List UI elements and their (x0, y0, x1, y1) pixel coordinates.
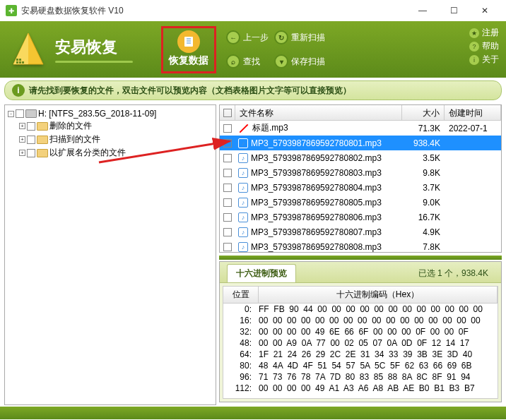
hex-row: 80:48 4A 4D 4F 51 54 57 5A 5C 5F 62 63 6… (223, 360, 498, 371)
checkbox[interactable] (223, 228, 232, 236)
folder-icon (37, 149, 48, 157)
music-icon: ♪ (238, 153, 248, 163)
hex-row: 96:71 73 76 78 7A 7D 80 83 85 88 8A 8C 8… (223, 371, 498, 383)
checkbox[interactable] (223, 139, 232, 148)
file-row[interactable]: 标题.mp371.3K2022-07-1 (220, 121, 501, 136)
checkbox[interactable] (223, 213, 232, 222)
hex-row: 48:00 00 A9 0A 77 00 02 05 07 0A 0D 0F 1… (223, 337, 498, 349)
file-row[interactable]: ♪MP3_5793987869592780801.mp3938.4K (220, 136, 501, 150)
file-row[interactable]: ♪MP3_5793987869592780802.mp33.5K (220, 150, 501, 165)
checkbox-all[interactable] (223, 109, 232, 117)
close-button[interactable]: ✕ (469, 0, 500, 21)
file-row[interactable]: ♪MP3_5793987869592780805.mp39.0K (220, 195, 501, 210)
help-button[interactable]: ?帮助 (469, 40, 499, 52)
music-icon: ♪ (238, 183, 248, 193)
recover-button[interactable]: 恢复数据 (161, 26, 216, 73)
expand-icon[interactable]: + (19, 123, 25, 129)
separator (219, 256, 502, 260)
checkbox[interactable] (223, 184, 232, 192)
file-list-header: 文件名称 大小 创建时间 (220, 105, 501, 121)
brand-underline (55, 61, 133, 63)
find-button[interactable]: ⌕查找 (226, 54, 269, 68)
checkbox[interactable] (27, 149, 35, 157)
svg-rect-3 (19, 61, 21, 64)
file-row[interactable]: ♪MP3_5793987869592780806.mp316.7K (220, 210, 501, 224)
refresh-icon: ↻ (274, 30, 288, 44)
col-pos: 位置 (223, 287, 259, 303)
svg-rect-1 (19, 59, 21, 61)
help-icon: ? (469, 42, 479, 52)
hex-row: 16:00 00 00 00 00 00 00 00 00 00 00 00 0… (223, 315, 498, 326)
file-row[interactable]: ♪MP3_5793987869592780804.mp33.7K (220, 180, 501, 195)
checkbox[interactable] (16, 109, 24, 118)
file-row[interactable]: ♪MP3_5793987869592780807.mp34.9K (220, 224, 501, 239)
brand-name: 安易恢复 (55, 37, 147, 58)
hex-row: 0:FF FB 90 44 00 00 00 00 00 00 00 00 00… (223, 304, 498, 315)
checkbox[interactable] (27, 122, 35, 131)
expand-icon[interactable]: + (19, 136, 25, 143)
maximize-button[interactable]: ☐ (438, 0, 469, 21)
checkbox[interactable] (223, 198, 232, 207)
selection-status: 已选 1 个，938.4K (413, 268, 494, 282)
title-icon (240, 124, 249, 133)
hint-text: 请先找到要恢复的文件，双击文件可以预览内容（文档表格图片文字等可以直接预览） (29, 85, 351, 97)
tree-byext[interactable]: + 以扩展名分类的文件 (8, 146, 213, 160)
file-list: 文件名称 大小 创建时间 标题.mp371.3K2022-07-1♪MP3_57… (219, 104, 502, 253)
col-name[interactable]: 文件名称 (235, 105, 402, 120)
save-icon: ▾ (274, 54, 288, 68)
tree-deleted[interactable]: + 删除的文件 (8, 119, 213, 133)
preview-panel: 十六进制预览 已选 1 个，938.4K 位置 十六进制编码（Hex） 0:FF… (219, 261, 502, 402)
window-title: 安易硬盘数据恢复软件 V10 (21, 5, 407, 17)
folder-icon (37, 122, 48, 131)
col-date[interactable]: 创建时间 (445, 105, 501, 120)
about-button[interactable]: i关于 (469, 54, 499, 66)
hex-row: 64:1F 21 24 26 29 2C 2E 31 34 33 39 3B 3… (223, 349, 498, 360)
brand: 安易恢复 (55, 37, 147, 63)
music-icon: ♪ (238, 212, 248, 222)
star-icon: ★ (469, 28, 479, 38)
app-logo (7, 28, 49, 71)
expand-icon[interactable]: + (19, 150, 25, 156)
svg-rect-0 (16, 59, 18, 61)
folder-icon (37, 136, 48, 144)
svg-rect-4 (22, 61, 24, 64)
register-button[interactable]: ★注册 (469, 27, 499, 39)
app-icon: ✚ (6, 5, 17, 16)
checkbox[interactable] (223, 154, 232, 162)
file-row[interactable]: ♪MP3_5793987869592780803.mp39.8K (220, 165, 501, 180)
arrow-left-icon: ← (226, 30, 240, 44)
music-icon: ♪ (238, 242, 248, 252)
checkbox[interactable] (223, 169, 232, 177)
svg-rect-5 (184, 37, 193, 47)
hex-row: 32:00 00 00 00 49 6E 66 6F 00 00 00 0F 0… (223, 326, 498, 337)
checkbox[interactable] (27, 136, 35, 144)
hint-bar: i 请先找到要恢复的文件，双击文件可以预览内容（文档表格图片文字等可以直接预览） (4, 80, 502, 100)
tree-root[interactable]: - H: [NTFS_283.5G_2018-11-09] (8, 108, 213, 119)
main-toolbar: 安易恢复 恢复数据 ←上一步 ⌕查找 ↻重新扫描 ▾保存扫描 ★注册 ?帮助 i… (0, 21, 506, 78)
checkbox[interactable] (223, 243, 232, 251)
file-row[interactable]: ♪MP3_5793987869592780808.mp37.8K (220, 239, 501, 253)
prev-button[interactable]: ←上一步 (226, 30, 269, 44)
checkbox[interactable] (223, 124, 232, 133)
minimize-button[interactable]: — (407, 0, 438, 21)
save-scan-button[interactable]: ▾保存扫描 (274, 54, 325, 68)
titlebar: ✚ 安易硬盘数据恢复软件 V10 — ☐ ✕ (0, 0, 506, 21)
info-icon: i (12, 84, 25, 97)
search-icon: ⌕ (226, 54, 240, 68)
svg-rect-2 (16, 61, 18, 64)
bottom-bar (0, 407, 506, 419)
music-icon: ♪ (238, 168, 248, 178)
music-icon: ♪ (238, 138, 248, 148)
info-icon: i (469, 55, 479, 65)
drive-icon (25, 109, 37, 118)
tree-scanned[interactable]: + 扫描到的文件 (8, 133, 213, 146)
tab-hex[interactable]: 十六进制预览 (227, 264, 296, 282)
col-size[interactable]: 大小 (402, 105, 445, 120)
tree-panel: - H: [NTFS_283.5G_2018-11-09] + 删除的文件 + … (4, 104, 216, 405)
rescan-button[interactable]: ↻重新扫描 (274, 30, 325, 44)
music-icon: ♪ (238, 198, 248, 208)
collapse-icon[interactable]: - (8, 111, 14, 117)
col-hex: 十六进制编码（Hex） (259, 287, 498, 303)
recover-icon (177, 30, 200, 53)
hex-row: 112:00 00 00 00 49 A1 A3 A6 A8 AB AE B0 … (223, 383, 498, 394)
